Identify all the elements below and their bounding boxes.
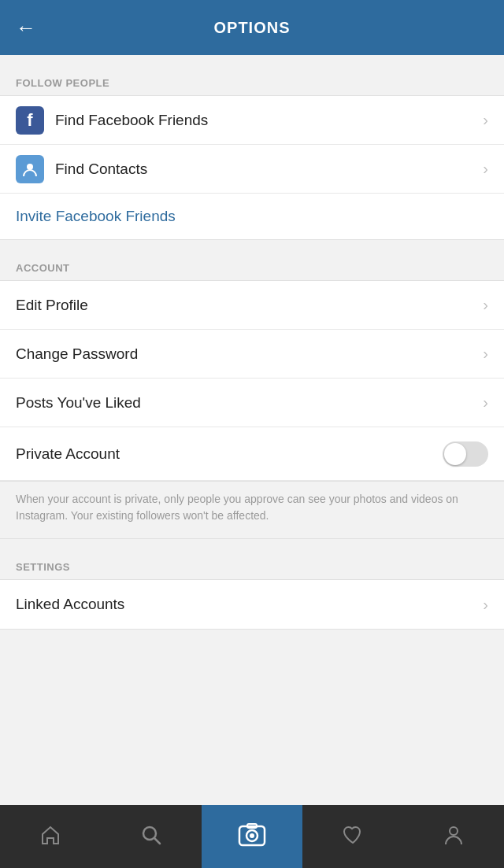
find-facebook-friends-item[interactable]: f Find Facebook Friends › xyxy=(0,96,504,145)
invite-facebook-friends-text: Invite Facebook Friends xyxy=(16,208,488,225)
find-contacts-item[interactable]: Find Contacts › xyxy=(0,145,504,194)
find-facebook-friends-text: Find Facebook Friends xyxy=(55,112,483,129)
header: ← OPTIONS xyxy=(0,0,504,55)
invite-facebook-friends-item[interactable]: Invite Facebook Friends xyxy=(0,194,504,239)
private-account-toggle[interactable] xyxy=(443,441,488,467)
change-password-text: Change Password xyxy=(16,345,483,363)
change-password-item[interactable]: Change Password › xyxy=(0,330,504,379)
account-label: ACCOUNT xyxy=(0,248,504,280)
chevron-icon: › xyxy=(483,345,488,363)
follow-people-list: f Find Facebook Friends › Find Contacts … xyxy=(0,95,504,240)
edit-profile-item[interactable]: Edit Profile › xyxy=(0,281,504,330)
chevron-icon: › xyxy=(483,160,488,178)
heart-icon xyxy=(341,823,365,850)
edit-profile-text: Edit Profile xyxy=(16,297,483,314)
settings-list: Linked Accounts › xyxy=(0,579,504,630)
camera-icon xyxy=(237,820,267,853)
private-account-row: Private Account xyxy=(0,427,504,481)
account-list: Edit Profile › Change Password › Posts Y… xyxy=(0,280,504,482)
chevron-icon: › xyxy=(483,596,488,614)
chevron-icon: › xyxy=(483,296,488,314)
nav-activity[interactable] xyxy=(302,805,403,868)
nav-search[interactable] xyxy=(101,805,202,868)
settings-label: SETTINGS xyxy=(0,547,504,579)
section-gap-top xyxy=(0,55,504,63)
svg-line-2 xyxy=(154,838,160,844)
page-title: OPTIONS xyxy=(213,19,290,37)
private-account-label: Private Account xyxy=(16,445,443,463)
bottom-navigation xyxy=(0,805,504,868)
posts-youve-liked-item[interactable]: Posts You've Liked › xyxy=(0,379,504,427)
facebook-icon: f xyxy=(16,106,44,135)
facebook-icon-container: f xyxy=(16,106,44,135)
back-arrow-icon: ← xyxy=(16,16,36,39)
contacts-icon-container xyxy=(16,155,44,183)
nav-profile[interactable] xyxy=(403,805,504,868)
svg-point-0 xyxy=(27,164,33,170)
section-gap-account xyxy=(0,240,504,248)
profile-icon xyxy=(442,823,465,850)
svg-point-7 xyxy=(450,827,458,835)
home-icon xyxy=(39,823,62,850)
private-account-description: When your account is private, only peopl… xyxy=(0,482,504,539)
linked-accounts-item[interactable]: Linked Accounts › xyxy=(0,580,504,629)
search-icon xyxy=(139,823,163,850)
contacts-icon xyxy=(16,155,44,183)
nav-camera[interactable] xyxy=(202,805,302,868)
section-gap-settings xyxy=(0,539,504,547)
posts-youve-liked-text: Posts You've Liked xyxy=(16,394,483,412)
linked-accounts-text: Linked Accounts xyxy=(16,596,483,613)
chevron-icon: › xyxy=(483,393,488,412)
chevron-icon: › xyxy=(483,111,488,129)
svg-point-5 xyxy=(250,833,254,838)
nav-home[interactable] xyxy=(0,805,101,868)
back-button[interactable]: ← xyxy=(16,16,36,40)
find-contacts-text: Find Contacts xyxy=(55,161,483,178)
follow-people-label: FOLLOW PEOPLE xyxy=(0,63,504,95)
